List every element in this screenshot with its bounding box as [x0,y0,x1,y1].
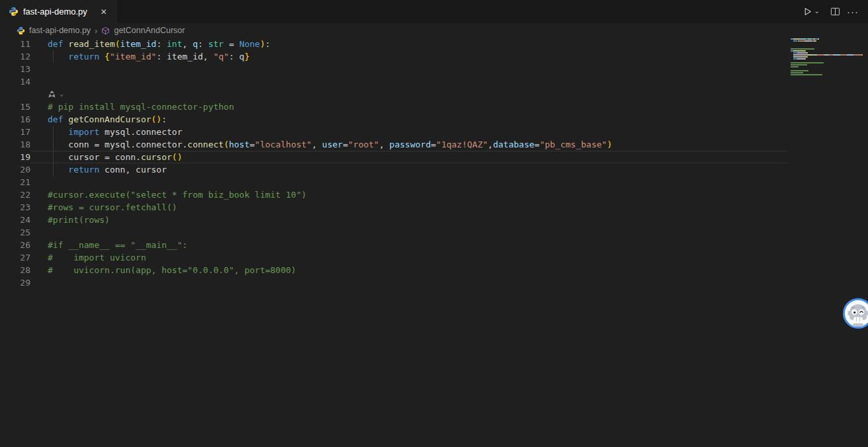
minimap-line [791,42,868,44]
python-file-icon [17,26,25,35]
line-number [0,88,30,101]
ai-codelens-icon[interactable] [48,90,56,99]
minimap-line [791,54,868,56]
breadcrumb-symbol[interactable]: getConnAndCursor [114,26,185,35]
minimap-line [791,52,868,54]
code-line[interactable]: def read_item(item_id: int, q: str = Non… [30,38,787,50]
editor-row: 27# import uvicorn [0,251,787,264]
editor-row: 21 [0,176,787,188]
vscode-editor-window: { "tab": { "title": "fast-api-demo.py", … [0,0,868,447]
editor-row: 22#cursor.execute("select * from biz_boo… [0,188,787,201]
editor-lines[interactable]: 11def read_item(item_id: int, q: str = N… [0,38,787,289]
line-number: 14 [0,75,30,88]
ai-assistant-button[interactable] [842,298,868,329]
code-line[interactable] [30,75,787,88]
line-number: 19 [0,151,30,163]
minimap-line [791,72,868,73]
editor-row: 16def getConnAndCursor(): [0,113,787,126]
breadcrumb: fast-api-demo.py › getConnAndCursor [0,23,868,38]
code-line[interactable] [30,226,787,239]
tab-title: fast-api-demo.py [23,7,87,17]
line-number: 21 [0,176,30,188]
code-line[interactable]: return conn, cursor [30,163,787,176]
line-number: 15 [0,101,30,113]
minimap-line [791,44,868,46]
more-actions-icon[interactable]: ··· [846,5,860,18]
line-number: 23 [0,201,30,214]
line-number: 27 [0,251,30,264]
code-line[interactable]: import mysql.connector [30,126,787,138]
editor-row: 26#if __name__ == "__main__": [0,239,787,251]
line-number: 20 [0,163,30,176]
run-dropdown-icon[interactable]: ⌄ [814,8,820,15]
minimap[interactable] [791,38,868,78]
minimap-line [791,46,868,48]
code-line[interactable]: # pip install mysql-connector-python [30,101,787,113]
line-number: 17 [0,126,30,138]
line-number: 25 [0,226,30,239]
editor-row: 15# pip install mysql-connector-python [0,101,787,113]
editor-row: 19 cursor = conn.cursor() [0,151,787,163]
code-line[interactable]: # uvicorn.run(app, host="0.0.0.0", port=… [30,264,787,276]
code-line[interactable]: #rows = cursor.fetchall() [30,201,787,214]
minimap-line [791,48,868,50]
editor-row: 12 return {"item_id": item_id, "q": q} [0,50,787,63]
split-editor-icon[interactable] [829,5,842,18]
minimap-line [791,50,868,52]
line-number: 26 [0,239,30,251]
code-line[interactable]: # import uvicorn [30,251,787,264]
line-number: 11 [0,38,30,50]
line-number: 29 [0,276,30,289]
minimap-line [791,38,868,40]
robot-icon [842,298,868,329]
minimap-line [791,76,868,77]
editor-row: 14 [0,75,787,88]
minimap-line [791,58,868,60]
editor-actions: ⌄ ··· [801,0,868,23]
editor-row: 18 conn = mysql.connector.connect(host="… [0,138,787,151]
line-number: 13 [0,63,30,75]
minimap-line [791,70,868,71]
minimap-line [791,68,868,69]
codelens-row[interactable]: ⌄ [30,88,787,101]
tab-bar: fast-api-demo.py ✕ ⌄ ··· [0,0,868,23]
code-line[interactable]: #cursor.execute("select * from biz_book … [30,188,787,201]
code-line[interactable]: #print(rows) [30,214,787,226]
minimap-line [791,40,868,42]
minimap-line [791,60,868,61]
editor-row: 23#rows = cursor.fetchall() [0,201,787,214]
editor-row: 11def read_item(item_id: int, q: str = N… [0,38,787,50]
code-line[interactable] [30,63,787,75]
line-number: 24 [0,214,30,226]
code-line[interactable]: def getConnAndCursor(): [30,113,787,126]
line-number: 16 [0,113,30,126]
breadcrumb-file[interactable]: fast-api-demo.py [29,26,91,35]
code-line[interactable]: #if __name__ == "__main__": [30,239,787,251]
run-button[interactable] [801,5,814,18]
minimap-line [791,64,868,65]
editor-row: 13 [0,63,787,75]
line-number: 12 [0,50,30,63]
editor-row: 24#print(rows) [0,214,787,226]
editor-row: 29 [0,276,787,289]
tab-close-icon[interactable]: ✕ [98,6,110,18]
line-number: 22 [0,188,30,201]
editor-row: 20 return conn, cursor [0,163,787,176]
minimap-line [791,66,868,67]
chevron-down-icon[interactable]: ⌄ [60,91,64,97]
tab-fast-api-demo[interactable]: fast-api-demo.py ✕ [0,0,117,23]
code-line[interactable]: cursor = conn.cursor() [30,151,787,163]
python-file-icon [9,7,19,17]
code-line[interactable]: conn = mysql.connector.connect(host="loc… [30,138,787,151]
minimap-line [791,62,868,63]
line-number: 18 [0,138,30,151]
editor-row: ⌄ [0,88,787,101]
code-line[interactable] [30,276,787,289]
code-line[interactable]: return {"item_id": item_id, "q": q} [30,50,787,63]
code-line[interactable] [30,176,787,188]
editor-row: 25 [0,226,787,239]
symbol-method-icon [101,26,110,35]
editor-row: 28# uvicorn.run(app, host="0.0.0.0", por… [0,264,787,276]
editor-row: 17 import mysql.connector [0,126,787,138]
line-number: 28 [0,264,30,276]
